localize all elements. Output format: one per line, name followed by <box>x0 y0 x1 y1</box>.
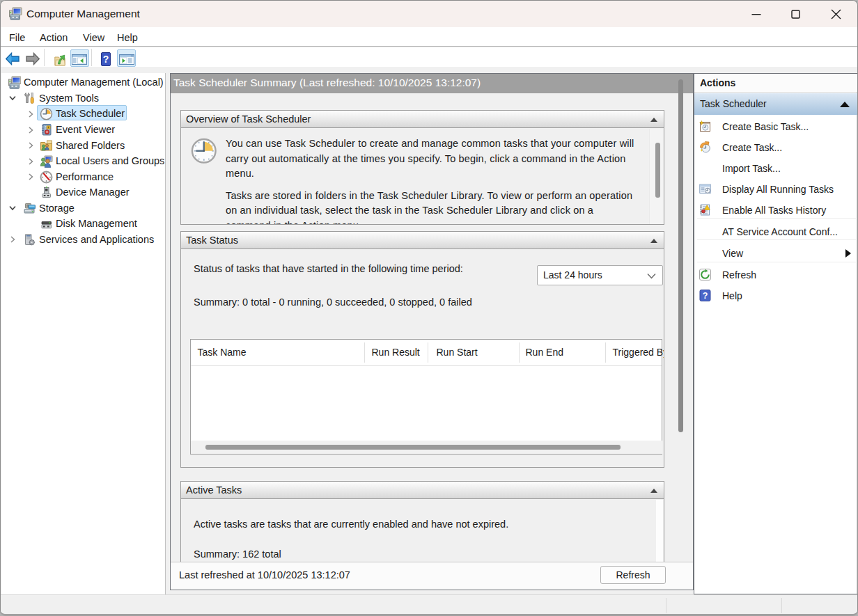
svg-text:?: ? <box>103 54 109 65</box>
